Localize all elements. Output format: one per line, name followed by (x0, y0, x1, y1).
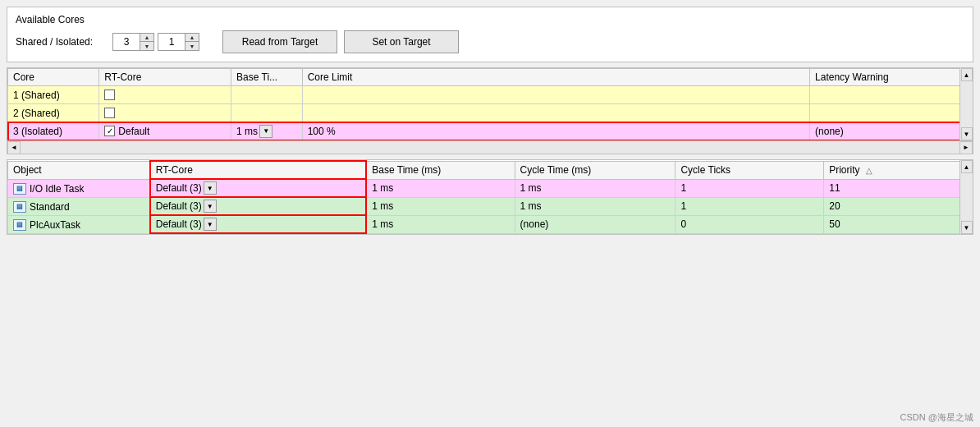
lower-table-header: Object RT-Core Base Time (ms) Cycle Time… (8, 161, 973, 179)
object-cell: ▤ Standard (8, 197, 150, 215)
shared-increment-button[interactable]: ▲ (140, 34, 153, 42)
priority-3: 50 (824, 215, 973, 233)
plcauxtask-icon: ▤ (13, 219, 26, 231)
lower-table-header-row: Object RT-Core Base Time (ms) Cycle Time… (8, 161, 973, 179)
available-cores-label: Available Cores (16, 14, 964, 25)
base-time-dropdown-arrow[interactable]: ▼ (259, 125, 272, 138)
base-time-dropdown: 1 ms ▼ (236, 125, 297, 138)
cycle-ticks-3: 0 (675, 215, 824, 233)
io-idle-task-label: I/O Idle Task (30, 183, 84, 195)
priority-2: 20 (824, 197, 973, 215)
rt-core-checkbox-checked[interactable]: ✓ (104, 126, 115, 136)
scroll-down-arrow[interactable]: ▼ (961, 127, 973, 140)
top-section: Available Cores Shared / Isolated: ▲ ▼ ▲… (7, 7, 973, 62)
object-cell: ▤ PlcAuxTask (8, 215, 150, 233)
standard-object: ▤ Standard (13, 201, 70, 213)
rt-core-dropdown-3: Default (3) ▼ (156, 218, 361, 231)
cycle-time-2: 1 ms (515, 197, 675, 215)
rt-core-dropdown-1: Default (3) ▼ (156, 181, 361, 195)
rt-core-cell: ✓ Default (99, 122, 231, 140)
object-cell: ▤ I/O Idle Task (8, 179, 150, 197)
isolated-decrement-button[interactable]: ▼ (185, 42, 199, 50)
col-latency-warning: Latency Warning (810, 69, 973, 86)
col-core-limit: Core Limit (302, 69, 809, 86)
cycle-ticks-2: 1 (675, 197, 824, 215)
table-row: ▤ PlcAuxTask Default (3) ▼ 1 ms (none) 0… (8, 215, 973, 233)
upper-table-container: Core RT-Core Base Ti... Core Limit Laten… (7, 67, 973, 154)
base-time-cell (231, 86, 303, 104)
checkbox-cell-isolated: ✓ Default (104, 126, 226, 137)
upper-table-header: Core RT-Core Base Ti... Core Limit Laten… (8, 69, 973, 86)
lower-table-container: Object RT-Core Base Time (ms) Cycle Time… (7, 159, 973, 235)
table-row: 3 (Isolated) ✓ Default 1 ms ▼ (8, 122, 973, 140)
rt-core-checkbox[interactable] (104, 90, 115, 100)
core-cell: 2 (Shared) (8, 104, 99, 122)
shared-spinner-group: ▲ ▼ ▲ ▼ (112, 33, 199, 51)
isolated-value-input[interactable] (158, 34, 185, 50)
upper-table: Core RT-Core Base Ti... Core Limit Laten… (7, 68, 973, 140)
upper-table-wrapper: Core RT-Core Base Ti... Core Limit Laten… (7, 68, 973, 140)
shared-spinner-box[interactable]: ▲ ▼ (112, 33, 154, 51)
watermark: CSDN @海星之城 (900, 411, 973, 424)
rt-core-value-2: Default (3) (156, 200, 202, 212)
upper-table-body: 1 (Shared) 2 (Shared) (8, 86, 973, 140)
cycle-time-3: (none) (515, 215, 675, 233)
action-buttons: Read from Target Set on Target (222, 30, 459, 53)
priority-sort-icon: △ (866, 166, 872, 175)
latency-warning-cell (810, 104, 973, 122)
shared-isolated-label: Shared / Isolated: (16, 36, 106, 48)
rt-core-value-3: Default (3) (156, 218, 202, 230)
rt-core-checkbox[interactable] (104, 108, 115, 118)
shared-decrement-button[interactable]: ▼ (140, 42, 153, 50)
checkbox-cell (104, 90, 226, 100)
cycle-ticks-1: 1 (675, 179, 824, 197)
rt-core-cell-lower-3: Default (3) ▼ (150, 215, 367, 233)
shared-isolated-row: Shared / Isolated: ▲ ▼ ▲ ▼ (16, 30, 964, 53)
isolated-spinner-buttons: ▲ ▼ (185, 34, 199, 50)
col-cycle-ticks: Cycle Ticks (675, 161, 824, 179)
set-on-target-button[interactable]: Set on Target (344, 30, 459, 53)
base-time-lower-1: 1 ms (366, 179, 515, 197)
core-limit-cell (302, 104, 809, 122)
col-object: Object (8, 161, 150, 179)
core-limit-cell (302, 86, 809, 104)
cycle-time-1: 1 ms (515, 179, 675, 197)
isolated-spinner-box[interactable]: ▲ ▼ (158, 33, 199, 51)
rt-core-dropdown-arrow-3[interactable]: ▼ (204, 218, 217, 231)
rt-core-dropdown-arrow-1[interactable]: ▼ (204, 181, 217, 195)
table-row: ▤ I/O Idle Task Default (3) ▼ 1 ms 1 ms … (8, 179, 973, 197)
table-row: 1 (Shared) (8, 86, 973, 104)
latency-warning-cell-isolated: (none) (810, 122, 973, 140)
plcauxtask-label: PlcAuxTask (30, 219, 80, 231)
base-time-cell-isolated: 1 ms ▼ (231, 122, 303, 140)
lower-table: Object RT-Core Base Time (ms) Cycle Time… (7, 160, 973, 234)
vertical-scrollbar[interactable]: ▲ ▼ (959, 68, 973, 140)
scroll-right-arrow[interactable]: ► (959, 141, 973, 154)
col-base-time: Base Ti... (231, 69, 303, 86)
col-base-time-ms: Base Time (ms) (366, 161, 515, 179)
upper-table-header-row: Core RT-Core Base Ti... Core Limit Laten… (8, 69, 973, 86)
scroll-left-arrow[interactable]: ◄ (7, 141, 21, 154)
scroll-up-arrow[interactable]: ▲ (961, 68, 973, 81)
plcauxtask-object: ▤ PlcAuxTask (13, 219, 80, 231)
horizontal-scrollbar[interactable]: ◄ ► (7, 140, 973, 154)
latency-warning-cell (810, 86, 973, 104)
lower-vertical-scrollbar[interactable]: ▲ ▼ (959, 160, 973, 234)
col-cycle-time-ms: Cycle Time (ms) (515, 161, 675, 179)
base-time-cell (231, 104, 303, 122)
isolated-increment-button[interactable]: ▲ (185, 34, 199, 42)
col-core: Core (8, 69, 99, 86)
shared-value-input[interactable] (113, 34, 140, 50)
rt-core-cell-lower-2: Default (3) ▼ (150, 197, 367, 215)
col-rt-core: RT-Core (99, 69, 231, 86)
col-priority: Priority △ (824, 161, 973, 179)
checkbox-cell (104, 108, 226, 118)
lower-scroll-down-arrow[interactable]: ▼ (961, 221, 973, 234)
rt-core-cell-lower: Default (3) ▼ (150, 179, 367, 197)
base-time-lower-3: 1 ms (366, 215, 515, 233)
col-rt-core-lower: RT-Core (150, 161, 367, 179)
rt-core-dropdown-arrow-2[interactable]: ▼ (204, 200, 217, 213)
read-from-target-button[interactable]: Read from Target (222, 30, 337, 53)
lower-scroll-up-arrow[interactable]: ▲ (961, 160, 973, 173)
table-row: 2 (Shared) (8, 104, 973, 122)
